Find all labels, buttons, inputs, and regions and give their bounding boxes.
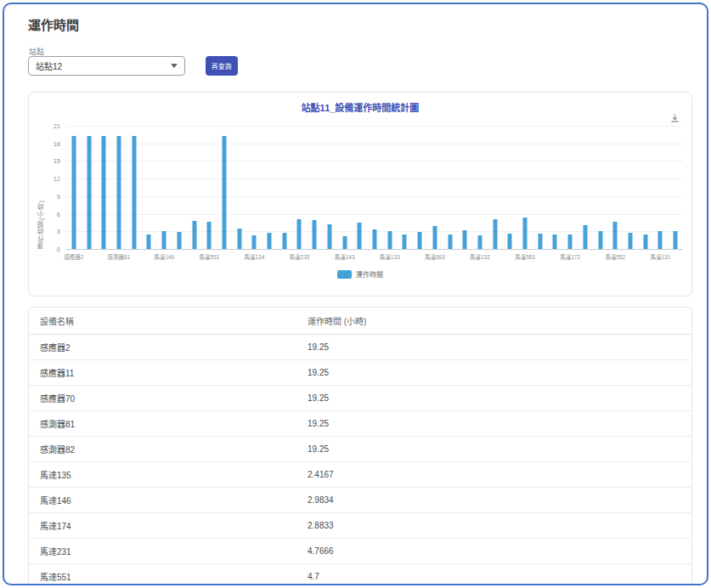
bar[interactable] (463, 230, 467, 249)
x-tick-label: 馬達552 (605, 252, 625, 261)
table-cell: 19.25 (296, 410, 691, 436)
bar[interactable] (613, 222, 618, 249)
bar[interactable] (132, 136, 136, 249)
chart-card: 站點11_設備運作時間統計圖 運作時間(小時) 036912151821感應器2… (28, 92, 692, 297)
bar[interactable] (268, 233, 272, 249)
gridline (66, 178, 683, 179)
table-cell: 2.4167 (296, 461, 691, 487)
bar[interactable] (477, 235, 482, 249)
bar[interactable] (358, 223, 362, 249)
bar[interactable] (297, 219, 302, 249)
y-tick-label: 6 (42, 210, 60, 218)
bar[interactable] (313, 220, 317, 249)
bar[interactable] (403, 235, 407, 249)
bar[interactable] (116, 136, 121, 249)
x-tick-label: 馬達663 (425, 252, 445, 261)
table-column-header: 設備名稱 (29, 308, 296, 334)
bar[interactable] (538, 234, 542, 249)
table-cell: 4.7666 (296, 538, 691, 563)
bar[interactable] (282, 233, 286, 249)
bar-chart-plot: 036912151821感應器2感測器81馬達146馬達551馬達134馬達23… (66, 126, 683, 249)
table-cell: 馬達146 (29, 487, 296, 512)
bar[interactable] (643, 235, 647, 249)
gridline (66, 126, 683, 127)
x-tick-label: 馬達131 (651, 252, 671, 261)
chart-title: 站點11_設備運作時間統計圖 (29, 100, 691, 114)
bar[interactable] (342, 236, 347, 249)
app-window: 運作時間 站點 站點12 再查詢 站點11_設備運作時間統計圖 運作時間(小時)… (3, 3, 708, 585)
bar[interactable] (177, 232, 181, 249)
bar[interactable] (162, 231, 166, 249)
chevron-down-icon (171, 64, 178, 68)
table-row: 感測器8219.25 (29, 436, 691, 461)
x-tick-label: 馬達553 (515, 252, 535, 261)
table-cell: 感測器82 (29, 436, 296, 461)
bar[interactable] (373, 229, 377, 249)
station-select[interactable]: 站點12 (28, 56, 185, 76)
table-row: 馬達2314.7666 (29, 538, 691, 563)
table-cell: 感應器2 (29, 334, 296, 359)
x-tick-label: 馬達172 (560, 252, 580, 261)
table-cell: 馬達551 (29, 563, 296, 585)
bar[interactable] (629, 233, 633, 249)
table-row: 感應器219.25 (29, 334, 691, 359)
bar[interactable] (674, 231, 678, 249)
bar[interactable] (432, 226, 437, 249)
station-select-value: 站點12 (36, 59, 62, 72)
table-cell: 感應器70 (29, 385, 296, 410)
table-row: 馬達1462.9834 (29, 487, 691, 512)
bar[interactable] (418, 232, 422, 249)
table-cell: 感應器11 (29, 359, 296, 385)
bar[interactable] (448, 235, 452, 249)
y-tick-label: 18 (42, 139, 60, 147)
table-row: 馬達5514.7 (29, 563, 691, 585)
table-cell: 4.7 (296, 563, 691, 585)
bar[interactable] (102, 136, 106, 249)
bar[interactable] (553, 235, 557, 249)
bar[interactable] (222, 136, 226, 249)
table-cell: 馬達174 (29, 512, 296, 538)
download-icon[interactable] (668, 111, 681, 125)
table-row: 馬達1742.8833 (29, 512, 691, 538)
table-row: 感應器1119.25 (29, 359, 691, 385)
table-cell: 19.25 (296, 334, 691, 359)
x-tick-label: 馬達134 (244, 252, 264, 261)
table-column-header: 運作時間 (小時) (296, 308, 691, 334)
x-tick-label: 馬達132 (470, 252, 490, 261)
page-title: 運作時間 (28, 15, 79, 33)
table-row: 感測器8119.25 (29, 410, 691, 436)
bar[interactable] (568, 235, 573, 249)
bar[interactable] (508, 234, 512, 249)
uptime-table-card: 設備名稱運作時間 (小時) 感應器219.25感應器1119.25感應器7019… (28, 307, 692, 585)
bar[interactable] (252, 235, 257, 249)
bar[interactable] (387, 231, 392, 249)
query-button[interactable]: 再查詢 (206, 56, 238, 76)
bar[interactable] (598, 231, 602, 249)
gridline (66, 144, 683, 144)
legend-swatch (337, 270, 352, 279)
legend-item-uptime[interactable]: 運作時間 (29, 269, 691, 279)
bar[interactable] (493, 219, 497, 249)
x-tick-label: 馬達146 (154, 252, 174, 261)
bar[interactable] (192, 221, 196, 249)
table-cell: 馬達231 (29, 538, 296, 563)
y-tick-label: 15 (42, 157, 60, 165)
table-cell: 19.25 (296, 385, 691, 410)
table-cell: 感測器81 (29, 410, 296, 436)
bar[interactable] (327, 224, 331, 249)
bar[interactable] (87, 136, 91, 249)
table-cell: 馬達135 (29, 461, 296, 487)
legend-label: 運作時間 (356, 269, 383, 279)
y-tick-label: 9 (42, 192, 60, 200)
bar[interactable] (147, 235, 151, 249)
bar[interactable] (523, 218, 528, 249)
bar[interactable] (658, 231, 663, 249)
gridline (66, 214, 683, 215)
bar[interactable] (71, 136, 76, 249)
bar[interactable] (207, 222, 212, 249)
gridline (66, 161, 683, 161)
x-tick-label: 馬達133 (380, 252, 400, 261)
table-cell: 19.25 (296, 436, 691, 461)
bar[interactable] (583, 225, 587, 249)
bar[interactable] (237, 229, 241, 249)
